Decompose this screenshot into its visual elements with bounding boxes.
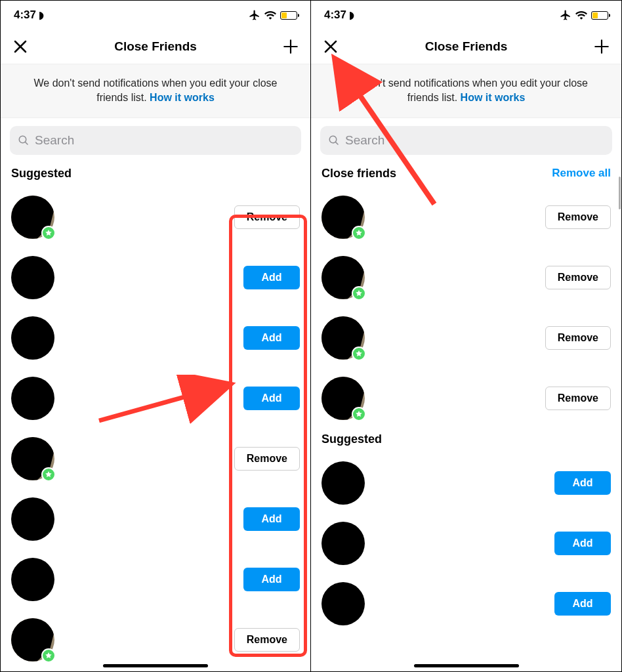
section-header: Close friendsRemove all <box>311 163 621 187</box>
avatar[interactable] <box>11 497 54 541</box>
add-button[interactable]: Add <box>554 592 611 616</box>
status-time: 4:37 <box>324 9 346 22</box>
add-button[interactable]: Add <box>554 532 611 555</box>
page-title: Close Friends <box>114 39 197 54</box>
avatar[interactable] <box>11 377 54 420</box>
close-friend-star-icon <box>352 407 366 421</box>
info-banner: We don't send notifications when you edi… <box>311 64 621 118</box>
friend-row: Remove <box>11 187 300 247</box>
search-input[interactable]: Search <box>320 126 612 155</box>
phone-right: 4:37 ◗ Close Friends <box>311 1 621 671</box>
search-icon <box>18 135 30 146</box>
section-title: Close friends <box>321 167 396 180</box>
section-header: Suggested <box>1 163 310 187</box>
friend-row: Add <box>11 549 300 610</box>
remove-button[interactable]: Remove <box>234 205 300 229</box>
add-icon[interactable] <box>281 37 300 56</box>
phone-left: 4:37 ◗ Close Friends <box>1 1 311 671</box>
home-indicator <box>103 664 208 667</box>
section-title: Suggested <box>11 167 72 180</box>
add-button[interactable]: Add <box>243 266 300 289</box>
close-icon[interactable] <box>321 37 340 56</box>
remove-all-link[interactable]: Remove all <box>552 167 611 180</box>
add-button[interactable]: Add <box>243 507 300 531</box>
avatar[interactable] <box>11 256 54 299</box>
close-friend-star-icon <box>352 346 366 361</box>
search-input[interactable]: Search <box>10 126 301 155</box>
do-not-disturb-icon: ◗ <box>39 9 44 21</box>
page-title: Close Friends <box>425 39 508 54</box>
battery-icon <box>591 11 608 20</box>
remove-button[interactable]: Remove <box>545 266 611 289</box>
friend-row: Add <box>11 308 300 368</box>
friend-row: Remove <box>11 429 300 489</box>
status-time: 4:37 <box>14 9 36 22</box>
how-it-works-link[interactable]: How it works <box>150 92 215 103</box>
avatar[interactable] <box>11 316 54 360</box>
avatar[interactable] <box>321 522 365 565</box>
search-icon <box>328 135 340 146</box>
remove-button[interactable]: Remove <box>545 387 611 410</box>
remove-button[interactable]: Remove <box>545 326 611 350</box>
friend-row: Remove <box>11 610 300 670</box>
nav-bar: Close Friends <box>311 30 621 64</box>
close-friend-star-icon <box>41 648 56 663</box>
home-indicator <box>414 664 519 667</box>
remove-button[interactable]: Remove <box>234 447 300 471</box>
friend-row: Remove <box>321 308 611 368</box>
avatar[interactable] <box>321 316 365 360</box>
friend-row: Remove <box>321 368 611 429</box>
info-banner: We don't send notifications when you edi… <box>1 64 310 118</box>
close-friend-star-icon <box>352 226 366 240</box>
avatar[interactable] <box>11 437 54 480</box>
search-placeholder: Search <box>35 133 74 148</box>
friend-row: Add <box>321 513 611 574</box>
avatar[interactable] <box>321 256 365 299</box>
friend-row: Add <box>11 247 300 308</box>
remove-button[interactable]: Remove <box>545 205 611 229</box>
section-title: Suggested <box>321 432 382 446</box>
close-friend-star-icon <box>352 286 366 301</box>
avatar[interactable] <box>321 582 365 625</box>
add-button[interactable]: Add <box>243 568 300 591</box>
section-header: Suggested <box>311 429 621 453</box>
avatar[interactable] <box>11 558 54 601</box>
avatar[interactable] <box>11 618 54 662</box>
friend-row: Add <box>321 453 611 513</box>
avatar[interactable] <box>321 377 365 420</box>
avatar[interactable] <box>11 196 54 239</box>
friend-row: Add <box>11 489 300 549</box>
do-not-disturb-icon: ◗ <box>349 9 354 21</box>
avatar[interactable] <box>321 461 365 505</box>
nav-bar: Close Friends <box>1 30 310 64</box>
close-icon[interactable] <box>11 37 30 56</box>
status-bar: 4:37 ◗ <box>1 1 310 30</box>
add-button[interactable]: Add <box>243 387 300 410</box>
close-friend-star-icon <box>41 226 56 240</box>
add-button[interactable]: Add <box>243 326 300 350</box>
scroll-indicator <box>619 177 621 209</box>
add-button[interactable]: Add <box>554 471 611 495</box>
wifi-icon <box>264 10 276 20</box>
remove-button[interactable]: Remove <box>234 628 300 652</box>
wifi-icon <box>575 10 587 20</box>
add-icon[interactable] <box>592 37 611 56</box>
avatar[interactable] <box>321 196 365 239</box>
status-bar: 4:37 ◗ <box>311 1 621 30</box>
close-friend-star-icon <box>41 467 56 482</box>
how-it-works-link[interactable]: How it works <box>461 92 526 103</box>
airplane-icon <box>560 9 571 21</box>
friend-row: Remove <box>321 247 611 308</box>
friend-row: Add <box>321 574 611 634</box>
airplane-icon <box>249 9 260 21</box>
friend-row: Remove <box>321 187 611 247</box>
battery-icon <box>280 11 297 20</box>
friend-row: Add <box>11 368 300 429</box>
search-placeholder: Search <box>345 133 384 148</box>
